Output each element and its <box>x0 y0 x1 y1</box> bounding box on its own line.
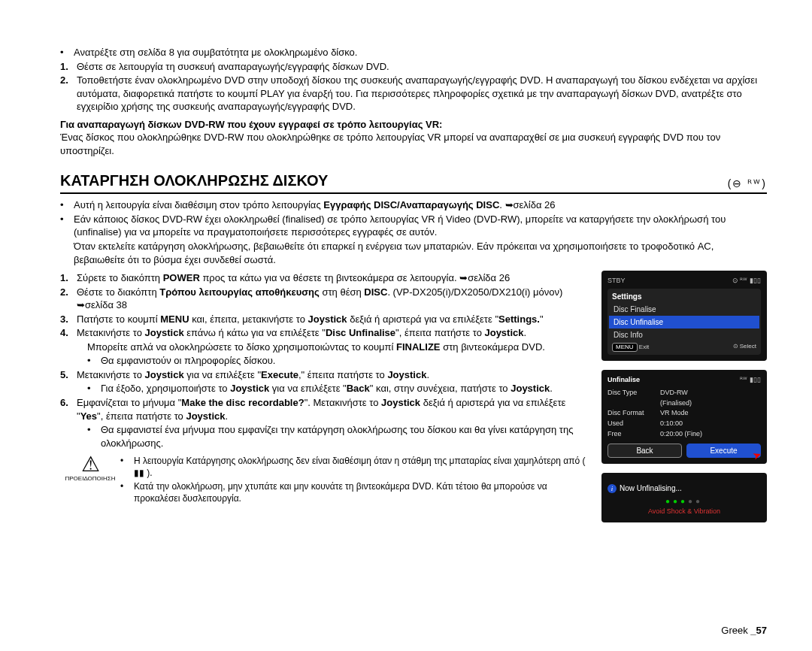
progress-dots: ●●●●● <box>607 496 761 506</box>
step-6: Εμφανίζεται το μήνυμα "Make the disc rec… <box>77 396 592 422</box>
body-b1: Αυτή η λειτουργία είναι διαθέσιμη στον τ… <box>74 198 767 212</box>
section-icons: (⊖ ᴿᵂ) <box>728 177 767 191</box>
step-4-sub1: Μπορείτε απλά να ολοκληρώσετε το δίσκο χ… <box>87 341 592 354</box>
avoid-shock-label: Avoid Shock & Vibration <box>607 507 761 516</box>
camera-screen-progress: iNow Unfinalising... ●●●●● Avoid Shock &… <box>601 473 767 522</box>
intro-step2: Τοποθετήστε έναν ολοκληρωμένο DVD στην υ… <box>77 74 767 114</box>
warning-icon: ⚠ ΠΡΟΕΙΔΟΠΟΙΗΣΗ <box>60 454 120 483</box>
vr-heading: Για αναπαραγωγή δίσκων DVD-RW που έχουν … <box>60 118 767 132</box>
now-unfinalising-label: Now Unfinalising... <box>620 483 682 493</box>
menu-exit-button[interactable]: MENU <box>612 343 638 352</box>
step-6-sub: Θα εμφανιστεί ένα μήνυμα που εμφανίζει τ… <box>101 423 592 450</box>
caution-2: Κατά την ολοκλήρωση, μην χτυπάτε και μην… <box>134 480 592 504</box>
back-button[interactable]: Back <box>607 444 682 458</box>
section-title: ΚΑΤΑΡΓΗΣΗ ΟΛΟΚΛΗΡΩΣΗΣ ΔΙΣΚΟΥ <box>60 171 328 191</box>
intro-bullet: Ανατρέξτε στη σελίδα 8 για συμβατότητα μ… <box>74 46 767 59</box>
menu-item-disc-unfinalise[interactable]: Disc Unfinalise <box>609 316 759 329</box>
step-5-sub: Για έξοδο, χρησιμοποιήστε το Joystick γι… <box>101 382 592 395</box>
menu-item-disc-info[interactable]: Disc Info <box>609 329 759 341</box>
cursor-icon: ➤ <box>750 447 763 463</box>
body-b2: Εάν κάποιος δίσκος DVD-RW έχει ολοκληρωθ… <box>74 213 767 239</box>
intro-step1: Θέστε σε λειτουργία τη συσκευή αναπαραγω… <box>77 60 767 74</box>
menu-select-hint: ⊙ Select <box>733 343 756 352</box>
menu-settings-label: Settings <box>609 290 759 303</box>
body-b2i: Όταν εκτελείτε κατάργηση ολοκλήρωσης, βε… <box>74 240 767 266</box>
info-icon: i <box>607 484 617 493</box>
step-2: Θέστε το διακόπτη Τρόπου λειτουργίας απο… <box>77 286 592 312</box>
menu-item-disc-finalise[interactable]: Disc Finalise <box>609 303 759 316</box>
vr-body: Ένας δίσκος που ολοκληρώθηκε DVD-RW που … <box>60 131 767 157</box>
step-4-sub2: Θα εμφανιστούν οι πληροφορίες δίσκου. <box>101 354 592 368</box>
step-5: Μετακινήστε το Joystick για να επιλέξετε… <box>77 368 592 382</box>
page-footer: Greek _57 <box>721 625 767 636</box>
caution-1: Η λειτουργία Κατάργησης ολοκλήρωσης δεν … <box>134 455 592 479</box>
execute-button[interactable]: Execute➤ <box>686 444 761 458</box>
step-3: Πατήστε το κουμπί MENU και, έπειτα, μετα… <box>77 313 592 326</box>
camera-screen-menu: STBY⊙ ᴿᵂ ▮▯▯ Settings Disc Finalise Disc… <box>601 271 767 361</box>
step-1: Σύρετε το διακόπτη POWER προς τα κάτω γι… <box>77 271 592 285</box>
camera-screen-unfinalise: Unfinaliseᴿᵂ ▮▯▯ Disc TypeDVD-RW (Finali… <box>601 370 767 464</box>
step-4: Μετακινήστε το Joystick επάνω ή κάτω για… <box>77 326 592 340</box>
